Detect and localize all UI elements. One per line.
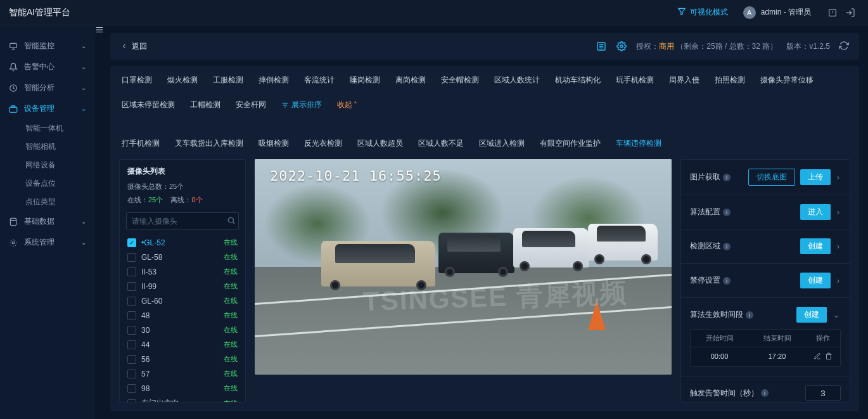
checkbox[interactable]: [127, 340, 136, 349]
chevron-right-icon[interactable]: ›: [836, 208, 841, 217]
sidebar-sub-item[interactable]: 智能相机: [0, 138, 95, 156]
help-icon[interactable]: [824, 4, 841, 22]
sidebar-item[interactable]: 基础数据⌄: [0, 211, 95, 232]
info-icon[interactable]: i: [723, 174, 731, 181]
edit-icon[interactable]: [814, 352, 821, 361]
algo-tag[interactable]: 有限空间作业监护: [540, 138, 601, 149]
sidebar-item[interactable]: 智能监控⌄: [0, 35, 95, 56]
info-icon[interactable]: i: [746, 311, 753, 319]
algo-tag[interactable]: 区域进入检测: [479, 138, 525, 149]
trigger-seconds-input[interactable]: [805, 385, 841, 401]
algo-tag[interactable]: 安全帽检测: [441, 75, 479, 86]
camera-name: 30: [141, 326, 219, 335]
algo-tag[interactable]: 叉车载货出入库检测: [175, 138, 243, 149]
checkbox[interactable]: [127, 355, 136, 364]
checkbox[interactable]: [127, 253, 136, 262]
checkbox[interactable]: [127, 297, 136, 306]
camera-item[interactable]: II-53在线: [126, 264, 239, 279]
algo-tag[interactable]: 车辆违停检测: [616, 138, 661, 149]
sidebar-item[interactable]: 告警中心⌄: [0, 56, 95, 77]
algo-tag[interactable]: 口罩检测: [122, 75, 152, 86]
sort-link[interactable]: 展示排序: [281, 100, 322, 110]
sidebar-sub-item[interactable]: 网络设备: [0, 156, 95, 174]
camera-status: 在线: [224, 311, 238, 320]
algo-tag[interactable]: 拍照检测: [715, 75, 745, 86]
sidebar-sub-item[interactable]: 智能一体机: [0, 119, 95, 138]
user-block[interactable]: A admin - 管理员: [743, 6, 811, 19]
camera-search-input[interactable]: [132, 217, 227, 226]
checkbox[interactable]: [127, 370, 136, 378]
algo-tag[interactable]: 区域人数统计: [494, 75, 540, 86]
camera-item[interactable]: 30在线: [126, 323, 239, 337]
sidebar-collapse[interactable]: [95, 25, 104, 419]
info-icon[interactable]: i: [723, 209, 731, 216]
algo-tag[interactable]: 吸烟检测: [258, 138, 289, 149]
camera-item[interactable]: 56在线: [126, 352, 239, 366]
sidebar-item[interactable]: 设备管理⌄: [0, 98, 95, 119]
algo-tag[interactable]: 机动车结构化: [555, 75, 601, 86]
algo-tag[interactable]: 区域人数不足: [418, 138, 464, 149]
vizmode-toggle[interactable]: 可视化模式: [677, 7, 728, 18]
camera-search[interactable]: [126, 212, 239, 230]
camera-item[interactable]: 48在线: [126, 308, 239, 323]
algo-tag[interactable]: 区域人数超员: [357, 138, 403, 149]
sidebar-item[interactable]: 系统管理⌄: [0, 232, 95, 253]
sidebar-sub-item[interactable]: 设备点位: [0, 174, 95, 193]
svg-point-7: [620, 45, 623, 48]
delete-icon[interactable]: [825, 352, 833, 361]
search-icon[interactable]: [227, 216, 236, 227]
enter-algo-button[interactable]: 进入: [800, 204, 831, 220]
info-icon[interactable]: i: [761, 389, 769, 397]
info-icon[interactable]: i: [723, 243, 731, 250]
chevron-down-icon[interactable]: ⌄: [832, 311, 841, 319]
refresh-icon[interactable]: [839, 41, 849, 53]
collapse-link[interactable]: 收起 ˄: [337, 100, 357, 110]
algo-tag[interactable]: 玩手机检测: [616, 75, 654, 86]
checkbox[interactable]: [127, 268, 136, 276]
algo-tag[interactable]: 客流统计: [304, 75, 335, 86]
camera-item[interactable]: 东门出方向在线: [126, 396, 239, 402]
info-icon[interactable]: i: [723, 277, 731, 285]
checkbox[interactable]: [127, 326, 136, 335]
algo-tag[interactable]: 摄像头异常位移: [760, 75, 814, 86]
create-time-button[interactable]: 创建: [796, 307, 827, 323]
switch-base-image-button[interactable]: 切换底图: [748, 169, 795, 186]
time-table: 开始时间 结束时间 操作 00:00 17:20: [690, 329, 841, 367]
checkbox[interactable]: ✓: [127, 238, 136, 247]
sidebar-sub-item[interactable]: 点位类型: [0, 193, 95, 211]
checkbox[interactable]: [127, 399, 136, 403]
camera-item[interactable]: ✓•GL-52在线: [126, 235, 239, 250]
list-view-icon[interactable]: [596, 41, 607, 52]
algo-tag[interactable]: 离岗检测: [395, 75, 426, 86]
camera-item[interactable]: II-99在线: [126, 279, 239, 293]
video-frame[interactable]: TSINGSEE 青犀视频 2022-10-21 16:55:25: [255, 159, 672, 375]
upload-button[interactable]: 上传: [800, 169, 831, 185]
sidebar-item[interactable]: 智能分析⌄: [0, 77, 95, 98]
algo-tag[interactable]: 打手机检测: [122, 138, 160, 149]
camera-item[interactable]: GL-58在线: [126, 250, 239, 264]
checkbox[interactable]: [127, 311, 136, 320]
algo-tag[interactable]: 反光衣检测: [304, 138, 342, 149]
algo-tag[interactable]: 睡岗检测: [350, 75, 380, 86]
algo-tag[interactable]: 摔倒检测: [258, 75, 289, 86]
settings-icon[interactable]: [616, 41, 627, 52]
create-noparking-button[interactable]: 创建: [800, 273, 831, 288]
chevron-right-icon[interactable]: ›: [836, 242, 841, 251]
algo-tag[interactable]: 区域未停留检测: [122, 100, 175, 110]
camera-item[interactable]: GL-60在线: [126, 293, 239, 308]
create-region-button[interactable]: 创建: [800, 238, 831, 254]
camera-item[interactable]: 57在线: [126, 366, 239, 381]
algo-tag[interactable]: 烟火检测: [167, 75, 198, 86]
algo-tag[interactable]: 工帽检测: [190, 100, 220, 110]
camera-item[interactable]: 98在线: [126, 381, 239, 396]
algo-tag[interactable]: 工服检测: [213, 75, 243, 86]
back-button[interactable]: 返回: [120, 41, 147, 52]
checkbox[interactable]: [127, 282, 136, 291]
camera-item[interactable]: 44在线: [126, 337, 239, 352]
algo-tag[interactable]: 周界入侵: [669, 75, 699, 86]
chevron-right-icon[interactable]: ›: [836, 173, 841, 182]
logout-icon[interactable]: [841, 4, 859, 22]
checkbox[interactable]: [127, 384, 136, 393]
algo-tag[interactable]: 安全杆网: [236, 100, 266, 110]
chevron-right-icon[interactable]: ›: [836, 276, 841, 285]
